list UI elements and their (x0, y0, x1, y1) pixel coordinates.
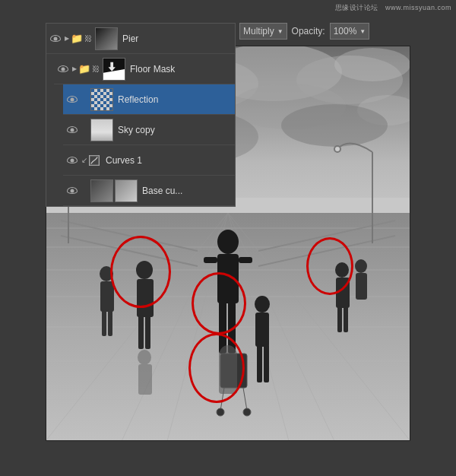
layer-pier-thumb (95, 27, 118, 50)
eye-icon-pier (50, 35, 61, 42)
svg-point-68 (138, 350, 151, 365)
thumb-sky-preview (91, 119, 112, 141)
layer-reflection[interactable]: Reflection (63, 84, 235, 115)
layer-sky-name: Sky copy (118, 125, 155, 135)
svg-point-64 (355, 259, 367, 273)
svg-rect-54 (138, 315, 144, 349)
chain-icon-floor: ⛓ (92, 65, 100, 73)
annotation-circle-1 (110, 236, 171, 308)
svg-rect-65 (356, 273, 367, 300)
eye-icon-curves (67, 157, 78, 163)
layer-base-thumb2 (115, 179, 138, 202)
thumb-pier-preview (96, 28, 117, 49)
svg-point-51 (243, 408, 251, 416)
svg-rect-59 (108, 309, 112, 336)
layer-floor-name: Floor Mask (130, 64, 175, 75)
svg-rect-58 (102, 309, 106, 336)
watermark-site: 思缘设计论坛 (335, 4, 378, 11)
annotation-circle-3 (306, 237, 353, 295)
curves-adj-icon (89, 155, 100, 166)
thumb-checker-preview (91, 89, 112, 110)
eye-icon-base (67, 187, 78, 194)
svg-point-13 (281, 104, 388, 147)
canvas-area: 思缘设计论坛 www.missyuan.com (0, 0, 456, 476)
opacity-label: Opacity: (292, 26, 325, 36)
svg-point-36 (334, 146, 340, 152)
layer-pier-eye[interactable] (49, 33, 62, 45)
svg-point-50 (217, 408, 224, 416)
layer-curves-name: Curves 1 (106, 155, 142, 166)
layer-floor-eye[interactable] (57, 63, 69, 75)
svg-rect-41 (204, 257, 217, 263)
svg-rect-55 (145, 315, 150, 349)
opacity-arrow: ▼ (359, 28, 366, 35)
layer-pier-icons: ▶ 📁 ⛓ (65, 33, 92, 44)
svg-rect-46 (264, 344, 269, 382)
layer-base-thumb1 (90, 179, 113, 202)
annotation-circle-4 (188, 333, 245, 403)
svg-rect-62 (337, 306, 342, 332)
layer-base-name: Base cu... (142, 186, 182, 196)
blend-mode-arrow: ▼ (277, 28, 283, 35)
floor-thumb-svg (103, 58, 125, 81)
svg-point-6 (334, 48, 410, 81)
svg-rect-44 (255, 313, 269, 347)
curves-icon-svg (90, 155, 99, 166)
opacity-input[interactable]: 100% ▼ (330, 23, 370, 40)
layer-reflection-eye[interactable] (66, 94, 78, 106)
triangle-icon-pier: ▶ (65, 35, 69, 42)
eye-icon-floor (58, 65, 68, 72)
svg-point-43 (255, 296, 270, 313)
blend-mode-value: Multiply (243, 26, 274, 36)
svg-rect-42 (239, 257, 252, 263)
adj-arrow-icon: ↙ (81, 156, 87, 164)
watermark: 思缘设计论坛 www.missyuan.com (335, 3, 451, 13)
blend-mode-dropdown[interactable]: Multiply ▼ (239, 23, 287, 40)
svg-rect-63 (344, 306, 348, 332)
eye-icon-reflection (67, 96, 78, 103)
triangle-icon-floor: ▶ (72, 65, 77, 72)
layer-base-eye[interactable] (66, 185, 78, 197)
eye-icon-sky (67, 126, 78, 133)
layer-sky-eye[interactable] (66, 124, 78, 136)
layer-base[interactable]: Base cu... (63, 176, 235, 206)
layer-floor-icons: ▶ 📁 ⛓ (72, 63, 100, 75)
layer-pier-name: Pier (122, 33, 138, 44)
layer-curves-eye[interactable] (66, 154, 78, 167)
annotation-circle-2 (192, 272, 246, 335)
layer-floor-mask[interactable]: ▶ 📁 ⛓ Floor Mask (54, 54, 235, 84)
folder-icon-pier: 📁 (71, 33, 83, 44)
watermark-url: www.missyuan.com (385, 4, 451, 11)
layer-floor-thumb (103, 58, 125, 81)
layers-panel: ▶ 📁 ⛓ Pier ▶ 📁 ⛓ (46, 23, 236, 207)
opacity-value: 100% (334, 26, 357, 36)
layer-reflection-thumb (90, 88, 113, 111)
layer-sky-thumb (90, 119, 113, 141)
layer-reflection-name: Reflection (118, 94, 158, 105)
svg-point-37 (217, 230, 239, 254)
layer-pier[interactable]: ▶ 📁 ⛓ Pier (46, 24, 235, 54)
layer-sky-copy[interactable]: Sky copy (63, 115, 235, 145)
svg-rect-45 (257, 344, 262, 382)
layer-curves-icons: ↙ (81, 155, 103, 166)
folder-icon-floor: 📁 (78, 63, 90, 75)
svg-rect-69 (138, 364, 152, 395)
blend-opacity-bar: Multiply ▼ Opacity: 100% ▼ (239, 23, 369, 40)
chain-icon-pier: ⛓ (84, 34, 92, 43)
layer-curves1[interactable]: ↙ Curves 1 (63, 145, 235, 176)
